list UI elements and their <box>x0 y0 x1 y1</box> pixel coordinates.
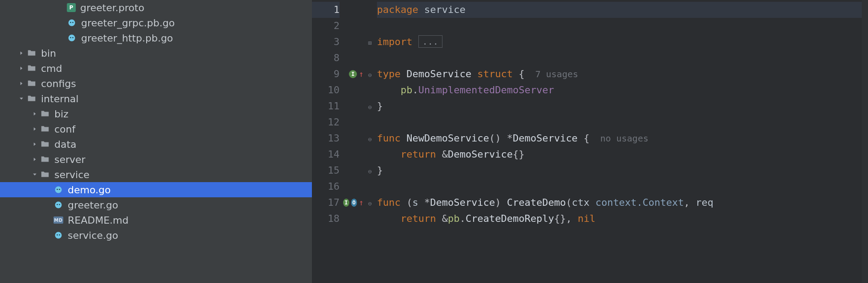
fold-slot <box>365 211 374 227</box>
usages-hint[interactable]: 7 usages <box>535 69 578 79</box>
func-name: NewDemoService <box>406 133 489 144</box>
gutter-mark-slot[interactable]: IO↑ <box>343 195 365 211</box>
fold-slot[interactable]: ⊖ <box>365 195 374 211</box>
chevron-right-icon[interactable] <box>31 142 38 147</box>
code-line[interactable]: package service <box>377 2 868 18</box>
folder-icon <box>27 79 37 88</box>
tree-item-label: bin <box>41 48 56 59</box>
fold-slot[interactable]: ⊖ <box>365 162 374 179</box>
tree-item[interactable]: service <box>0 167 312 182</box>
chevron-right-icon[interactable] <box>31 111 38 117</box>
fold-open-icon[interactable]: ⊖ <box>368 136 372 143</box>
gutter-mark-slot <box>343 82 365 98</box>
fold-expand-icon[interactable]: ⊞ <box>368 39 372 46</box>
code-line[interactable] <box>377 50 868 66</box>
tree-item[interactable]: MDREADME.md <box>0 212 312 228</box>
gutter-mark-slot <box>343 162 365 179</box>
line-number: 3 <box>312 34 340 50</box>
code-line[interactable]: return &pb.CreateDemoReply{}, nil <box>377 211 868 227</box>
tree-item[interactable]: cmd <box>0 61 312 76</box>
code-line[interactable] <box>377 114 868 130</box>
up-arrow-icon[interactable]: ↑ <box>359 66 364 82</box>
line-number: 15 <box>312 162 340 179</box>
line-number: 14 <box>312 146 340 162</box>
chevron-right-icon[interactable] <box>31 157 38 162</box>
tree-item[interactable]: demo.go <box>0 182 312 197</box>
identifier: service <box>424 4 466 15</box>
code-line[interactable]: } <box>377 162 868 179</box>
line-number: 9 <box>312 66 340 82</box>
tree-item[interactable]: internal <box>0 91 312 106</box>
fold-slot[interactable]: ⊞ <box>365 34 374 50</box>
code-line[interactable]: pb.UnimplementedDemoServer <box>377 82 868 98</box>
tree-item[interactable]: conf <box>0 121 312 137</box>
fold-slot <box>365 179 374 195</box>
fold-open-icon[interactable]: ⊖ <box>368 200 372 207</box>
keyword: return <box>401 213 436 224</box>
fold-open-icon[interactable]: ⊖ <box>368 71 372 79</box>
folded-region[interactable]: ... <box>418 35 442 48</box>
code-line[interactable]: type DemoService struct {7 usages <box>377 66 868 82</box>
implements-icon[interactable]: I <box>343 199 349 207</box>
overrides-icon[interactable]: O <box>351 199 357 207</box>
folder-icon <box>40 139 50 149</box>
chevron-right-icon[interactable] <box>18 81 25 86</box>
tree-item[interactable]: greeter_http.pb.go <box>0 30 312 46</box>
tree-item-label: greeter.go <box>68 200 118 211</box>
code-line[interactable]: return &DemoService{} <box>377 146 868 162</box>
chevron-down-icon[interactable] <box>18 96 25 101</box>
up-arrow-icon[interactable]: ↑ <box>359 195 364 211</box>
fold-slot[interactable]: ⊖ <box>365 98 374 114</box>
gutter-mark-slot <box>343 98 365 114</box>
code-line[interactable]: import ... <box>377 34 868 50</box>
marker-gutter[interactable]: I↑IO↑ <box>343 0 365 283</box>
code-area[interactable]: package serviceimport ...type DemoServic… <box>374 0 868 283</box>
tree-item[interactable]: biz <box>0 106 312 121</box>
line-number: 1 <box>312 2 340 18</box>
fold-close-icon[interactable]: ⊖ <box>368 168 372 175</box>
tree-item[interactable]: greeter_grpc.pb.go <box>0 15 312 30</box>
tree-item-label: demo.go <box>68 184 111 196</box>
code-line[interactable] <box>377 179 868 195</box>
tree-item[interactable]: configs <box>0 76 312 91</box>
gutter-mark-slot <box>343 114 365 130</box>
tree-item-label: data <box>54 139 77 150</box>
code-line[interactable]: func (s *DemoService) CreateDemo(ctx con… <box>377 195 868 211</box>
fold-slot[interactable]: ⊖ <box>365 130 374 146</box>
svg-point-7 <box>57 189 58 190</box>
tree-item[interactable]: service.go <box>0 228 312 243</box>
chevron-down-icon[interactable] <box>31 172 38 177</box>
svg-point-1 <box>70 22 71 23</box>
tree-item[interactable]: server <box>0 152 312 167</box>
tree-item[interactable]: Pgreeter.proto <box>0 0 312 15</box>
fold-slot <box>365 114 374 130</box>
tree-item-label: configs <box>41 78 76 89</box>
code-line[interactable]: func NewDemoService() *DemoService {no u… <box>377 130 868 146</box>
gutter-mark-slot[interactable]: I↑ <box>343 66 365 82</box>
implements-icon[interactable]: I <box>349 70 357 78</box>
fold-close-icon[interactable]: ⊖ <box>368 104 372 111</box>
package-ref: pb <box>401 84 413 96</box>
line-number: 16 <box>312 179 340 195</box>
svg-point-4 <box>70 37 71 38</box>
scrollbar[interactable] <box>862 0 868 283</box>
code-editor[interactable]: 12389101112131415161718 I↑IO↑ ⊞⊖⊖⊖⊖⊖ pac… <box>312 0 868 283</box>
project-tree[interactable]: Pgreeter.protogreeter_grpc.pb.gogreeter_… <box>0 0 312 283</box>
chevron-right-icon[interactable] <box>18 66 25 71</box>
keyword: package <box>377 4 418 15</box>
keyword: return <box>401 149 436 160</box>
tree-item[interactable]: greeter.go <box>0 197 312 212</box>
usages-hint[interactable]: no usages <box>600 133 648 144</box>
fold-gutter[interactable]: ⊞⊖⊖⊖⊖⊖ <box>365 0 374 283</box>
tree-item[interactable]: bin <box>0 46 312 61</box>
chevron-right-icon[interactable] <box>18 50 25 56</box>
code-line[interactable]: } <box>377 98 868 114</box>
tree-item[interactable]: data <box>0 137 312 152</box>
code-line[interactable] <box>377 18 868 34</box>
chevron-right-icon[interactable] <box>31 126 38 132</box>
go-icon <box>53 230 63 240</box>
fold-slot[interactable]: ⊖ <box>365 66 374 82</box>
svg-point-13 <box>57 234 58 236</box>
keyword: func <box>377 133 401 144</box>
keyword: func <box>377 197 401 208</box>
